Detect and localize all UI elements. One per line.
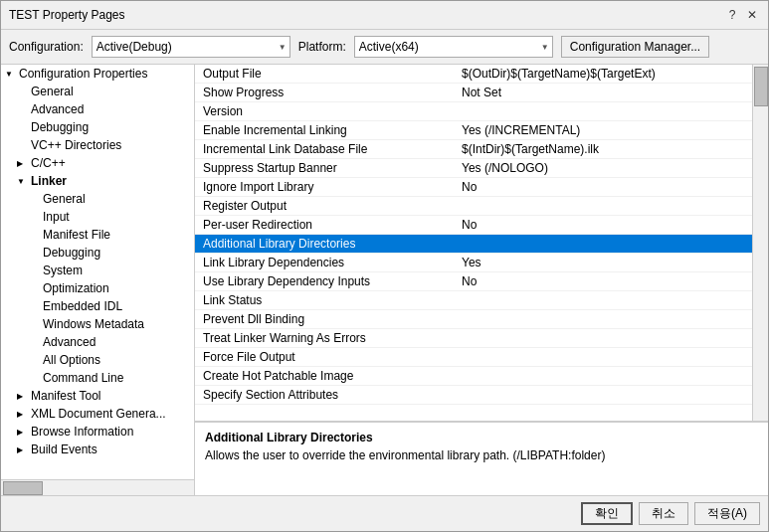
window-title: TEST Property Pages xyxy=(9,8,125,22)
prop-value: $(IntDir)$(TargetName).ilk xyxy=(454,140,752,159)
config-select-wrapper: Active(Debug) xyxy=(92,36,290,58)
close-button[interactable]: ✕ xyxy=(744,7,760,23)
prop-name: Treat Linker Warning As Errors xyxy=(195,329,454,348)
tree-item-debugging[interactable]: Debugging xyxy=(1,118,194,136)
vertical-scrollbar[interactable] xyxy=(752,65,768,421)
table-row[interactable]: Enable Incremental Linking Yes (/INCREME… xyxy=(195,121,752,140)
tree-item-vcpp-dirs[interactable]: VC++ Directories xyxy=(1,136,194,154)
table-row[interactable]: Suppress Startup Banner Yes (/NOLOGO) xyxy=(195,159,752,178)
tree-item-linker-winmeta[interactable]: Windows Metadata xyxy=(1,315,194,333)
table-row[interactable]: Prevent Dll Binding xyxy=(195,310,752,329)
tree-item-cpp[interactable]: ▶C/C++ xyxy=(1,154,194,172)
tree-scroll-area[interactable]: ▼Configuration PropertiesGeneralAdvanced… xyxy=(1,65,194,479)
tree-item-label: Debugging xyxy=(31,120,89,134)
apply-button[interactable]: 적용(A) xyxy=(694,502,760,525)
tree-item-linker-opt[interactable]: Optimization xyxy=(1,279,194,297)
tree-item-build-events[interactable]: ▶Build Events xyxy=(1,441,194,458)
table-row[interactable]: Link Library Dependencies Yes xyxy=(195,254,752,272)
table-row[interactable]: Additional Library Directories xyxy=(195,235,752,254)
tree-item-label: System xyxy=(43,264,83,277)
prop-name: Specify Section Attributes xyxy=(195,386,454,405)
prop-name: Prevent Dll Binding xyxy=(195,310,454,329)
tree-item-label: General xyxy=(43,192,86,206)
table-row[interactable]: Treat Linker Warning As Errors xyxy=(195,329,752,348)
prop-name: Additional Library Directories xyxy=(195,235,454,254)
prop-name: Version xyxy=(195,102,454,121)
tree-item-browse-info[interactable]: ▶Browse Information xyxy=(1,423,194,441)
prop-value: No xyxy=(454,178,752,197)
platform-select[interactable]: Active(x64) xyxy=(354,36,553,58)
prop-name: Use Library Dependency Inputs xyxy=(195,272,454,291)
table-row[interactable]: Force File Output xyxy=(195,348,752,367)
prop-name: Ignore Import Library xyxy=(195,178,454,197)
tree-item-linker-general[interactable]: General xyxy=(1,190,194,208)
prop-name: Create Hot Patchable Image xyxy=(195,367,454,386)
tree-item-linker-input[interactable]: Input xyxy=(1,208,194,226)
tree-item-manifest-tool[interactable]: ▶Manifest Tool xyxy=(1,387,194,405)
tree-item-label: Manifest Tool xyxy=(31,389,100,403)
table-row[interactable]: Version xyxy=(195,102,752,121)
v-scroll-thumb xyxy=(754,67,768,106)
prop-value xyxy=(454,348,752,367)
tree-item-label: Input xyxy=(43,210,70,224)
expand-icon: ▶ xyxy=(17,428,29,437)
platform-select-wrapper: Active(x64) xyxy=(354,36,553,58)
tree-item-linker-debugging[interactable]: Debugging xyxy=(1,244,194,262)
config-manager-button[interactable]: Configuration Manager... xyxy=(561,36,709,58)
table-row[interactable]: Show Progress Not Set xyxy=(195,84,752,102)
tree-item-label: Debugging xyxy=(43,246,100,260)
table-row[interactable]: Output File $(OutDir)$(TargetName)$(Targ… xyxy=(195,65,752,84)
tree-item-linker-system[interactable]: System xyxy=(1,262,194,279)
prop-name: Enable Incremental Linking xyxy=(195,121,454,140)
tree-item-linker-manifest[interactable]: Manifest File xyxy=(1,226,194,244)
prop-value: No xyxy=(454,216,752,235)
tree-panel: ▼Configuration PropertiesGeneralAdvanced… xyxy=(1,65,195,495)
prop-name: Link Status xyxy=(195,291,454,310)
tree-item-linker[interactable]: ▼Linker xyxy=(1,172,194,190)
tree-item-linker-cmdline[interactable]: Command Line xyxy=(1,369,194,387)
prop-value xyxy=(454,367,752,386)
expand-icon: ▼ xyxy=(5,70,17,79)
tree-horizontal-scroll[interactable] xyxy=(1,479,194,495)
tree-item-general[interactable]: General xyxy=(1,83,194,100)
tree-item-advanced[interactable]: Advanced xyxy=(1,100,194,118)
tree-item-label: All Options xyxy=(43,353,100,367)
table-row[interactable]: Register Output xyxy=(195,197,752,216)
prop-name: Incremental Link Database File xyxy=(195,140,454,159)
title-bar-controls: ? ✕ xyxy=(724,7,760,23)
tree-item-label: Browse Information xyxy=(31,425,133,439)
tree-item-label: Command Line xyxy=(43,371,123,385)
tree-item-linker-advanced[interactable]: Advanced xyxy=(1,333,194,351)
tree-h-scroll-thumb xyxy=(3,481,43,495)
props-content[interactable]: Output File $(OutDir)$(TargetName)$(Targ… xyxy=(195,65,752,421)
table-row[interactable]: Link Status xyxy=(195,291,752,310)
config-label: Configuration: xyxy=(9,40,84,54)
ok-button[interactable]: 확인 xyxy=(581,502,633,525)
table-row[interactable]: Ignore Import Library No xyxy=(195,178,752,197)
tree-item-config-props[interactable]: ▼Configuration Properties xyxy=(1,65,194,83)
expand-icon: ▶ xyxy=(17,445,29,454)
expand-icon: ▶ xyxy=(17,392,29,401)
table-row[interactable]: Per-user Redirection No xyxy=(195,216,752,235)
tree-item-label: Embedded IDL xyxy=(43,299,122,313)
tree-item-linker-all[interactable]: All Options xyxy=(1,351,194,369)
table-row[interactable]: Use Library Dependency Inputs No xyxy=(195,272,752,291)
tree-item-label: XML Document Genera... xyxy=(31,407,166,421)
config-select[interactable]: Active(Debug) xyxy=(92,36,290,58)
tree-item-label: Advanced xyxy=(31,102,84,116)
table-row[interactable]: Create Hot Patchable Image xyxy=(195,367,752,386)
prop-value: Not Set xyxy=(454,84,752,102)
platform-label: Platform: xyxy=(298,40,346,54)
prop-value xyxy=(454,329,752,348)
prop-name: Suppress Startup Banner xyxy=(195,159,454,178)
cancel-button[interactable]: 취소 xyxy=(639,502,688,525)
table-row[interactable]: Specify Section Attributes xyxy=(195,386,752,405)
props-wrapper: Output File $(OutDir)$(TargetName)$(Targ… xyxy=(195,65,768,421)
prop-value xyxy=(454,310,752,329)
help-button[interactable]: ? xyxy=(724,7,740,23)
tree-item-label: VC++ Directories xyxy=(31,138,121,152)
table-row[interactable]: Incremental Link Database File $(IntDir)… xyxy=(195,140,752,159)
tree-item-linker-embedded[interactable]: Embedded IDL xyxy=(1,297,194,315)
tree-item-xml-doc[interactable]: ▶XML Document Genera... xyxy=(1,405,194,423)
properties-table: Output File $(OutDir)$(TargetName)$(Targ… xyxy=(195,65,752,405)
